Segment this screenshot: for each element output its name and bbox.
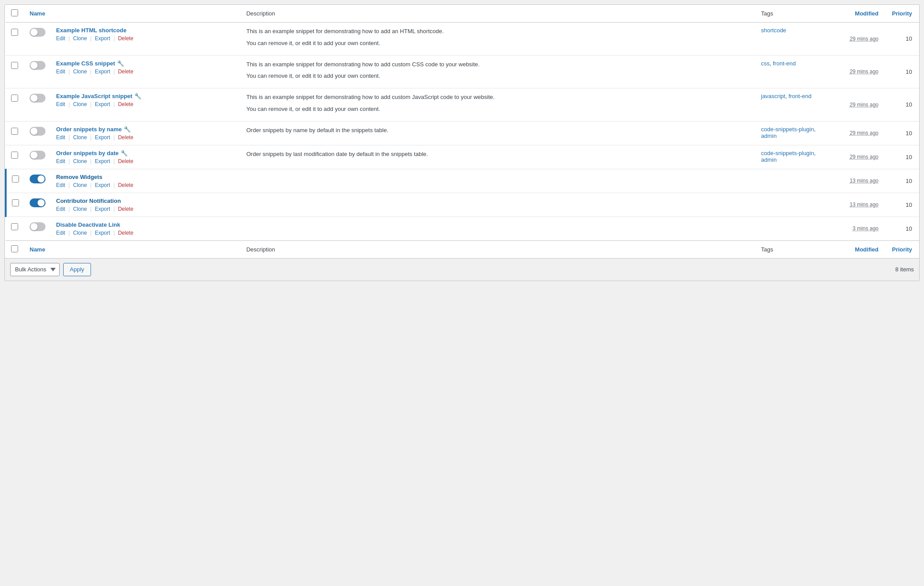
- modified-time: 13 mins ago: [841, 178, 879, 184]
- bulk-actions-select[interactable]: Bulk Actions Activate Deactivate Delete: [10, 263, 60, 276]
- toggle-switch[interactable]: [30, 151, 45, 160]
- description-footer: Description: [241, 240, 756, 258]
- row-checkbox[interactable]: [11, 223, 18, 230]
- action-edit-link[interactable]: Edit: [56, 158, 65, 164]
- row-checkbox[interactable]: [11, 128, 18, 135]
- action-edit-link[interactable]: Edit: [56, 101, 65, 107]
- priority-cell: 10: [884, 169, 919, 193]
- action-delete-link[interactable]: Delete: [118, 230, 133, 236]
- row-checkbox[interactable]: [11, 62, 18, 69]
- row-checkbox[interactable]: [11, 152, 18, 159]
- action-clone-link[interactable]: Clone: [73, 35, 87, 42]
- snippet-type-icon: 🔧: [134, 93, 141, 99]
- snippet-name-link[interactable]: Example JavaScript snippet: [56, 93, 133, 99]
- apply-button[interactable]: Apply: [63, 263, 91, 276]
- priority-value: 10: [906, 154, 912, 160]
- action-separator: |: [67, 134, 72, 141]
- name-sort-link[interactable]: Name: [30, 10, 45, 17]
- tags-cell: javascript, front-end: [756, 88, 835, 122]
- snippet-name-link[interactable]: Example CSS snippet: [56, 60, 115, 67]
- tag-link[interactable]: shortcode: [761, 27, 786, 34]
- modified-time: 29 mins ago: [841, 130, 879, 136]
- tag-link[interactable]: admin: [761, 133, 776, 139]
- toggle-switch[interactable]: [30, 94, 45, 103]
- action-clone-link[interactable]: Clone: [73, 182, 87, 188]
- tag-link[interactable]: css: [761, 60, 770, 67]
- snippet-name-link[interactable]: Order snippets by name: [56, 126, 122, 133]
- toggle-switch[interactable]: [30, 28, 45, 37]
- toggle-switch[interactable]: [30, 198, 45, 207]
- snippets-table: Name Description Tags Modified Priority …: [5, 5, 919, 258]
- action-clone-link[interactable]: Clone: [73, 230, 87, 236]
- action-edit-link[interactable]: Edit: [56, 230, 65, 236]
- toggle-switch[interactable]: [30, 175, 45, 183]
- action-export-link[interactable]: Export: [95, 68, 110, 75]
- modified-sort-link[interactable]: Modified: [855, 10, 879, 17]
- action-clone-link[interactable]: Clone: [73, 101, 87, 107]
- action-delete-link[interactable]: Delete: [118, 182, 133, 188]
- action-clone-link[interactable]: Clone: [73, 206, 87, 212]
- modified-cell: 3 mins ago: [835, 217, 884, 240]
- row-checkbox[interactable]: [11, 95, 18, 102]
- priority-value: 10: [906, 202, 912, 208]
- action-edit-link[interactable]: Edit: [56, 35, 65, 42]
- action-export-link[interactable]: Export: [95, 134, 110, 141]
- action-export-link[interactable]: Export: [95, 206, 110, 212]
- select-all-checkbox[interactable]: [11, 9, 18, 16]
- action-clone-link[interactable]: Clone: [73, 158, 87, 164]
- snippet-name-link[interactable]: Order snippets by date: [56, 150, 119, 156]
- snippet-name-cell: Disable Deactivate LinkEdit | Clone | Ex…: [51, 217, 241, 240]
- tag-link[interactable]: admin: [761, 156, 776, 163]
- action-delete-link[interactable]: Delete: [118, 68, 133, 75]
- modified-sort-link-footer[interactable]: Modified: [855, 246, 879, 253]
- action-edit-link[interactable]: Edit: [56, 68, 65, 75]
- action-clone-link[interactable]: Clone: [73, 134, 87, 141]
- tag-link[interactable]: front-end: [773, 60, 796, 67]
- snippet-name-link[interactable]: Example HTML shortcode: [56, 27, 126, 34]
- action-edit-link[interactable]: Edit: [56, 206, 65, 212]
- modified-footer: Modified: [835, 240, 884, 258]
- action-delete-link[interactable]: Delete: [118, 35, 133, 42]
- row-checkbox[interactable]: [11, 29, 18, 36]
- action-export-link[interactable]: Export: [95, 230, 110, 236]
- action-export-link[interactable]: Export: [95, 35, 110, 42]
- row-actions: Edit | Clone | Export | Delete: [56, 182, 236, 188]
- action-edit-link[interactable]: Edit: [56, 182, 65, 188]
- tag-link[interactable]: code-snippets-plugin: [761, 126, 814, 133]
- row-checkbox[interactable]: [12, 175, 19, 183]
- modified-time: 13 mins ago: [841, 202, 879, 208]
- action-export-link[interactable]: Export: [95, 182, 110, 188]
- tags-cell: [756, 193, 835, 217]
- action-delete-link[interactable]: Delete: [118, 206, 133, 212]
- snippet-name-link[interactable]: Remove Widgets: [56, 174, 102, 180]
- tag-link[interactable]: front-end: [788, 93, 811, 99]
- priority-footer: Priority: [884, 240, 919, 258]
- priority-cell: 10: [884, 55, 919, 88]
- snippet-name-cell: Order snippets by date🔧Edit | Clone | Ex…: [51, 145, 241, 169]
- tag-link[interactable]: javascript: [761, 93, 785, 99]
- action-clone-link[interactable]: Clone: [73, 68, 87, 75]
- priority-cell: 10: [884, 217, 919, 240]
- action-export-link[interactable]: Export: [95, 158, 110, 164]
- snippet-name-link[interactable]: Contributor Notification: [56, 198, 121, 204]
- action-export-link[interactable]: Export: [95, 101, 110, 107]
- modified-time: 29 mins ago: [841, 36, 879, 42]
- toggle-switch[interactable]: [30, 127, 45, 136]
- action-delete-link[interactable]: Delete: [118, 101, 133, 107]
- action-delete-link[interactable]: Delete: [118, 158, 133, 164]
- row-checkbox[interactable]: [12, 199, 19, 206]
- toggle-switch[interactable]: [30, 61, 45, 70]
- priority-cell: 10: [884, 145, 919, 169]
- action-delete-link[interactable]: Delete: [118, 134, 133, 141]
- select-all-checkbox-footer[interactable]: [11, 245, 18, 252]
- name-sort-link-footer[interactable]: Name: [30, 246, 45, 253]
- toggle-switch[interactable]: [30, 222, 45, 231]
- tag-link[interactable]: code-snippets-plugin: [761, 150, 814, 156]
- description-text: This is an example snippet for demonstra…: [246, 27, 750, 36]
- snippet-name-link[interactable]: Disable Deactivate Link: [56, 221, 120, 228]
- priority-sort-link-footer[interactable]: Priority: [892, 246, 912, 253]
- priority-sort-link[interactable]: Priority: [892, 10, 912, 17]
- description-text: You can remove it, or edit it to add you…: [246, 72, 750, 81]
- row-toggle-cell: [24, 121, 51, 145]
- action-edit-link[interactable]: Edit: [56, 134, 65, 141]
